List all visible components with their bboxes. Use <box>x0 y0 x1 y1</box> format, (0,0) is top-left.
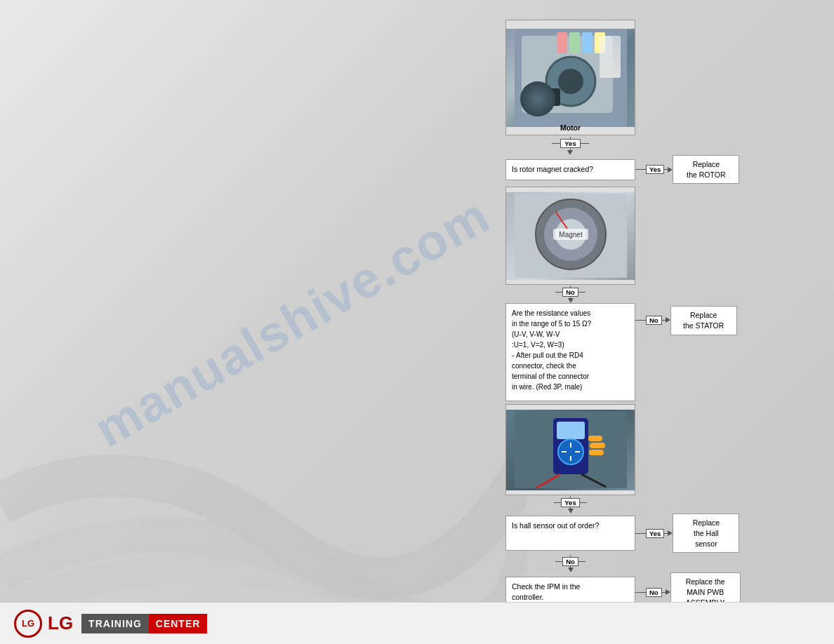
step2-action-box: Replacethe ROTOR <box>673 155 739 184</box>
step3-image-container <box>505 404 635 495</box>
step1-yes-label: Yes <box>560 139 580 148</box>
step3-q6: connector, check the <box>512 362 576 370</box>
step3-container: Are the resistance values in the range o… <box>505 303 807 514</box>
step4-question-box: Is hall sensor out of order? <box>505 516 635 551</box>
step3-no-connector: No <box>635 313 670 327</box>
step1-container: Motor Yes <box>505 20 635 155</box>
rotor-image: Magnet <box>506 192 635 280</box>
step3-action-text: Replacethe STATOR <box>683 311 724 330</box>
motor-svg <box>515 29 627 127</box>
step3-q8: in wire. (Red 3P, male) <box>512 383 582 391</box>
step4-question-text: Is hall sensor out of order? <box>512 521 599 530</box>
step3-q4: :U=1, V=2, W=3) <box>512 341 564 349</box>
lg-logo-text: LG <box>22 618 34 629</box>
step3-q1: Are the resistance values <box>512 309 590 317</box>
lg-logo: LG <box>14 610 42 638</box>
step5-no-label: No <box>646 588 662 597</box>
lg-brand-text: LG <box>48 612 73 634</box>
svg-rect-4 <box>557 32 567 53</box>
svg-point-3 <box>558 69 583 94</box>
step4-container: Is hall sensor out of order? Yes Replace… <box>505 514 807 572</box>
step3-image-box <box>505 404 635 495</box>
svg-rect-19 <box>557 422 585 439</box>
svg-rect-5 <box>569 32 580 53</box>
step2-question-text: Is rotor magnet cracked? <box>512 165 593 173</box>
step3-no-label: No <box>646 316 662 325</box>
svg-rect-27 <box>588 436 602 441</box>
step3-q2: in the range of 5 to 15 Ω? <box>512 320 591 328</box>
step2-image-container: Magnet <box>505 187 635 285</box>
svg-text:Magnet: Magnet <box>559 231 583 239</box>
step3-yes-connector: Yes <box>505 495 635 514</box>
svg-rect-7 <box>595 32 605 53</box>
step4-no-connector: No <box>505 554 635 572</box>
step2-yes-label: Yes <box>646 165 664 174</box>
step3-q3: (U-V, V-W, W-V <box>512 330 560 338</box>
step3-q7: terminal of the connector <box>512 373 589 380</box>
svg-rect-8 <box>532 88 560 106</box>
step3-flow-row: Are the resistance values in the range o… <box>505 303 737 401</box>
step4-flow-row: Is hall sensor out of order? Yes Replace… <box>505 514 739 553</box>
step4-yes-connector: Yes <box>635 516 673 551</box>
step3-yes-label: Yes <box>561 498 579 507</box>
center-label: CENTER <box>149 614 208 633</box>
step2-yes-connector: Yes <box>635 159 673 180</box>
step3-q5: - After pull out the RD4 <box>512 351 583 359</box>
step4-action-text: Replacethe Hallsensor <box>693 518 720 547</box>
svg-point-9 <box>539 90 553 104</box>
step5-q2: controller. <box>512 593 544 601</box>
step2-no-label: No <box>562 288 578 297</box>
step4-yes-label: Yes <box>646 529 664 538</box>
svg-rect-29 <box>589 450 604 455</box>
motor-image <box>506 29 635 127</box>
motor-image-box: Motor <box>505 20 635 135</box>
step4-no-label: No <box>562 557 578 566</box>
flowchart-container: Motor Yes Is rotor magnet cracked? Yes <box>505 20 807 612</box>
step4-action-box: Replacethe Hallsensor <box>673 514 739 553</box>
meter-image <box>506 410 635 490</box>
background-decoration <box>0 223 527 644</box>
svg-rect-28 <box>590 443 605 448</box>
step1-arrow: Yes <box>552 135 588 155</box>
meter-svg <box>515 411 627 488</box>
rotor-svg: Magnet <box>515 194 627 278</box>
step2-container: Is rotor magnet cracked? Yes Replacethe … <box>505 155 807 303</box>
step2-image-box: Magnet <box>505 187 635 285</box>
step2-flow-row: Is rotor magnet cracked? Yes Replacethe … <box>505 155 739 184</box>
step5-q1: Check the IPM in the <box>512 582 580 591</box>
training-label: TRAINING <box>81 614 149 633</box>
footer: LG LG TRAINING CENTER <box>0 602 834 644</box>
step2-no-connector: No <box>505 285 635 303</box>
step2-question-box: Is rotor magnet cracked? <box>505 159 635 180</box>
step3-question-box: Are the resistance values in the range o… <box>505 303 635 401</box>
step3-action-box: Replacethe STATOR <box>670 306 737 335</box>
svg-rect-6 <box>582 32 593 53</box>
motor-label: Motor <box>506 123 635 132</box>
watermark: manualshive.com <box>85 186 499 458</box>
step2-action-text: Replacethe ROTOR <box>687 160 725 179</box>
